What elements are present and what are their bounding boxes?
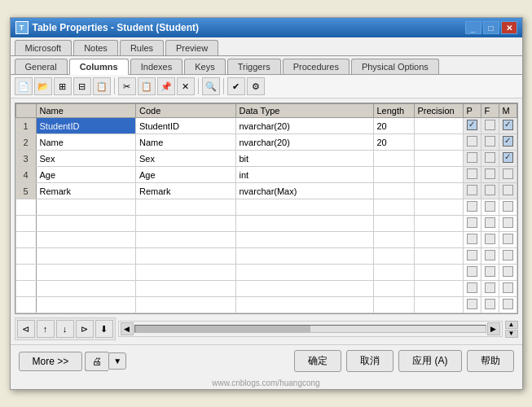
cell-f-1[interactable]	[481, 118, 499, 134]
cell-code-4[interactable]: Age	[136, 167, 236, 183]
toolbar-paste-btn[interactable]: 📌	[157, 77, 175, 95]
cell-length-3[interactable]	[373, 151, 414, 167]
cell-p-1[interactable]	[463, 118, 481, 134]
scroll-left-btn[interactable]: ◀	[121, 322, 134, 335]
cell-m-3[interactable]	[499, 151, 517, 167]
toolbar-grid2-btn[interactable]: ⊟	[73, 77, 91, 95]
close-button[interactable]: ✕	[501, 21, 517, 34]
checkbox-f-3[interactable]	[485, 152, 495, 163]
tab-indexes[interactable]: Indexes	[130, 59, 183, 74]
confirm-button[interactable]: 确定	[294, 350, 341, 372]
cell-m-5[interactable]	[499, 183, 517, 199]
scroll-down-btn[interactable]: ▼	[505, 330, 518, 338]
scroll-thumb[interactable]	[135, 326, 310, 332]
checkbox-p-3[interactable]	[467, 152, 477, 163]
tab-preview[interactable]: Preview	[165, 40, 218, 55]
apply-button[interactable]: 应用 (A)	[398, 350, 461, 372]
horizontal-scrollbar[interactable]: ◀ ▶	[118, 321, 503, 337]
cell-precision-4[interactable]	[414, 167, 463, 183]
cell-datatype-2[interactable]: nvarchar(20)	[235, 134, 373, 151]
cell-name-3[interactable]: Sex	[36, 151, 136, 167]
cell-precision-2[interactable]	[414, 134, 463, 151]
table-row[interactable]: 1 StudentID StudentID nvarchar(20) 20	[15, 118, 517, 134]
more-button[interactable]: More >>	[19, 352, 83, 371]
tab-triggers[interactable]: Triggers	[227, 59, 281, 74]
print-dropdown-arrow[interactable]: ▼	[108, 352, 126, 370]
tab-notes[interactable]: Notes	[73, 40, 118, 55]
cell-f-2[interactable]	[481, 134, 499, 151]
toolbar-delete-btn[interactable]: ✕	[177, 77, 195, 95]
nav-next-btn[interactable]: ↓	[56, 320, 74, 338]
maximize-button[interactable]: □	[483, 21, 499, 34]
cell-name-5[interactable]: Remark	[36, 183, 136, 199]
checkbox-f-2[interactable]	[485, 136, 495, 147]
cell-precision-5[interactable]	[414, 183, 463, 199]
tab-rules[interactable]: Rules	[120, 40, 164, 55]
cell-m-4[interactable]	[499, 167, 517, 183]
scroll-up-btn[interactable]: ▲	[505, 321, 518, 329]
checkbox-p-4[interactable]	[467, 168, 477, 179]
cell-f-3[interactable]	[481, 151, 499, 167]
cell-p-3[interactable]	[463, 151, 481, 167]
nav-first-btn[interactable]: ⊲	[17, 320, 35, 338]
cell-datatype-4[interactable]: int	[235, 167, 373, 183]
print-button[interactable]: 🖨	[85, 352, 108, 371]
minimize-button[interactable]: _	[465, 21, 481, 34]
nav-prev-btn[interactable]: ↑	[37, 320, 55, 338]
checkbox-m-1[interactable]	[503, 120, 513, 130]
cell-f-4[interactable]	[481, 167, 499, 183]
cell-datatype-1[interactable]: nvarchar(20)	[235, 118, 373, 134]
checkbox-m-5[interactable]	[503, 185, 513, 195]
cell-code-2[interactable]: Name	[136, 134, 236, 151]
cell-code-3[interactable]: Sex	[136, 151, 236, 167]
toolbar-props-btn[interactable]: 📋	[93, 77, 111, 95]
toolbar-copy-btn[interactable]: 📋	[138, 77, 156, 95]
tab-general[interactable]: General	[15, 59, 68, 74]
cell-name-1[interactable]: StudentID	[36, 118, 136, 134]
cell-length-5[interactable]	[373, 183, 414, 199]
cell-f-5[interactable]	[481, 183, 499, 199]
scroll-right-btn[interactable]: ▶	[487, 322, 500, 335]
tab-microsoft[interactable]: Microsoft	[15, 40, 73, 55]
cell-p-5[interactable]	[463, 183, 481, 199]
checkbox-m-3[interactable]	[503, 152, 513, 163]
cell-name-2[interactable]: Name	[36, 134, 136, 151]
tab-physical-options[interactable]: Physical Options	[351, 59, 439, 74]
help-button[interactable]: 帮助	[467, 350, 514, 372]
table-row[interactable]: 3 Sex Sex bit	[15, 151, 517, 167]
cell-code-1[interactable]: StudentID	[136, 118, 236, 134]
cell-m-2[interactable]	[499, 134, 517, 151]
checkbox-f-4[interactable]	[485, 168, 495, 179]
cell-datatype-5[interactable]: nvarchar(Max)	[235, 183, 373, 199]
nav-down-btn[interactable]: ⊳	[76, 320, 94, 338]
cell-code-5[interactable]: Remark	[136, 183, 236, 199]
cell-length-1[interactable]: 20	[373, 118, 414, 134]
cell-datatype-3[interactable]: bit	[235, 151, 373, 167]
tab-procedures[interactable]: Procedures	[283, 59, 350, 74]
cell-m-1[interactable]	[499, 118, 517, 134]
toolbar-check-btn[interactable]: ✔	[227, 77, 245, 95]
checkbox-m-2[interactable]	[503, 136, 513, 147]
checkbox-m-4[interactable]	[503, 168, 513, 179]
toolbar-search-btn[interactable]: 🔍	[202, 77, 220, 95]
nav-last-btn[interactable]: ⬇	[95, 320, 113, 338]
table-row[interactable]: 5 Remark Remark nvarchar(Max)	[15, 183, 517, 199]
toolbar-grid-btn[interactable]: ⊞	[54, 77, 72, 95]
cell-precision-3[interactable]	[414, 151, 463, 167]
cell-length-2[interactable]: 20	[373, 134, 414, 151]
tab-keys[interactable]: Keys	[184, 59, 225, 74]
toolbar-settings-btn[interactable]: ⚙	[247, 77, 265, 95]
checkbox-p-1[interactable]	[467, 120, 477, 130]
cancel-button[interactable]: 取消	[346, 350, 394, 372]
checkbox-f-5[interactable]	[485, 185, 495, 195]
cell-p-2[interactable]	[463, 134, 481, 151]
cell-name-4[interactable]: Age	[36, 167, 136, 183]
checkbox-p-2[interactable]	[467, 136, 477, 147]
checkbox-f-1[interactable]	[485, 120, 495, 130]
cell-p-4[interactable]	[463, 167, 481, 183]
table-row[interactable]: 2 Name Name nvarchar(20) 20	[15, 134, 517, 151]
checkbox-p-5[interactable]	[467, 185, 477, 195]
toolbar-open-btn[interactable]: 📂	[34, 77, 52, 95]
tab-columns[interactable]: Columns	[69, 59, 129, 75]
cell-length-4[interactable]	[373, 167, 414, 183]
